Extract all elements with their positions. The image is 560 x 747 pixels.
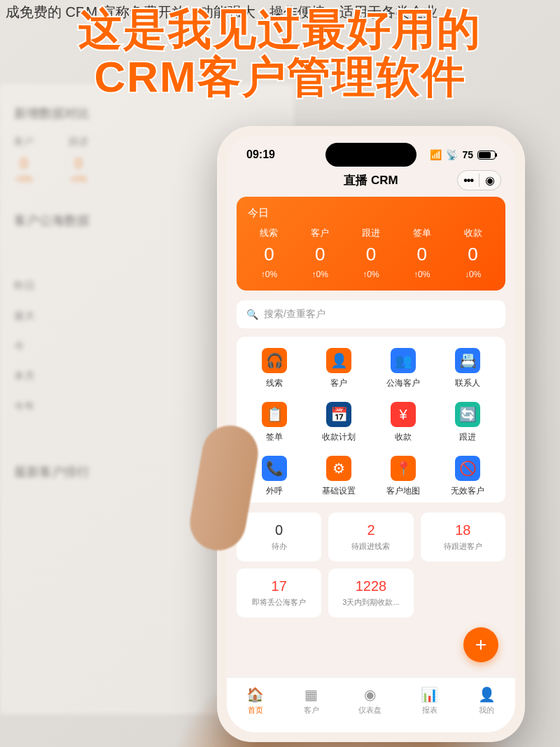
bottom-nav: 🏠 首页▦ 客户◉ 仪表盘📊 报表👤 我的 — [227, 677, 515, 732]
phone-notch — [326, 143, 416, 167]
收款计划-icon: 📅 — [326, 402, 351, 427]
报表-icon: 📊 — [421, 686, 438, 703]
function-联系人[interactable]: 📇 联系人 — [435, 348, 500, 389]
我的-icon: 👤 — [478, 686, 496, 703]
收款-icon: ¥ — [391, 402, 416, 427]
首页-icon: 🏠 — [246, 686, 264, 703]
more-icon[interactable]: ••• — [463, 174, 473, 187]
function-基础设置[interactable]: ⚙ 基础设置 — [307, 456, 371, 497]
desktop-section-title: 新增数据对比 — [14, 105, 280, 122]
data-card[interactable]: 1228 3天内到期收款... — [328, 568, 413, 617]
function-grid: 🎧 线索👤 客户👥 公海客户📇 联系人📋 签单📅 收款计划¥ 收款🔄 跟进📞 外… — [237, 337, 505, 503]
stat-item[interactable]: 客户 0 ↑0% — [295, 227, 346, 279]
today-label[interactable]: 今日 — [244, 207, 498, 220]
add-button[interactable]: + — [463, 627, 498, 662]
search-input[interactable]: 🔍 搜索/查重客户 — [237, 300, 505, 328]
function-收款[interactable]: ¥ 收款 — [371, 402, 435, 443]
status-time: 09:19 — [246, 148, 275, 161]
function-公海客户[interactable]: 👥 公海客户 — [371, 348, 435, 389]
data-cards-row1: 0 待办2 待跟进线索18 待跟进客户 — [237, 512, 505, 561]
wifi-icon: 📡 — [446, 149, 458, 160]
公海客户-icon: 👥 — [391, 348, 416, 373]
stat-item[interactable]: 跟进 0 ↑0% — [346, 227, 397, 279]
nav-我的[interactable]: 👤 我的 — [478, 686, 496, 715]
客户地图-icon: 📍 — [391, 456, 416, 481]
签单-icon: 📋 — [262, 402, 287, 427]
today-stats-card: 今日 线索 0 ↑0%客户 0 ↑0%跟进 0 ↑0%签单 0 ↑0%收款 0 … — [237, 197, 505, 291]
search-icon: 🔍 — [246, 309, 258, 320]
线索-icon: 🎧 — [262, 348, 287, 373]
app-header: 直播 CRM ••• ◉ — [227, 167, 515, 197]
headline: 这是我见过最好用的 CRM客户管理软件 — [0, 6, 560, 101]
外呼-icon: 📞 — [262, 456, 287, 481]
data-card[interactable]: 0 待办 — [237, 512, 321, 561]
miniprogram-controls[interactable]: ••• ◉ — [457, 170, 501, 190]
search-placeholder: 搜索/查重客户 — [264, 308, 326, 321]
function-收款计划[interactable]: 📅 收款计划 — [307, 402, 371, 443]
data-card[interactable]: 17 即将丢公海客户 — [237, 568, 321, 617]
plus-icon: + — [475, 634, 486, 656]
nav-首页[interactable]: 🏠 首页 — [246, 686, 264, 715]
nav-仪表盘[interactable]: ◉ 仪表盘 — [358, 686, 382, 715]
function-跟进[interactable]: 🔄 跟进 — [435, 402, 500, 443]
客户-icon: 👤 — [326, 348, 351, 373]
phone-frame: 09:19 📶 📡 75 直播 CRM ••• ◉ 今日 线索 0 ↑0%客户 … — [217, 126, 525, 742]
data-cards-row2: 17 即将丢公海客户1228 3天内到期收款... — [237, 568, 505, 617]
function-客户地图[interactable]: 📍 客户地图 — [371, 456, 435, 497]
battery-pct: 75 — [462, 149, 473, 160]
nav-客户[interactable]: ▦ 客户 — [304, 686, 319, 715]
stat-item[interactable]: 线索 0 ↑0% — [244, 227, 295, 279]
跟进-icon: 🔄 — [455, 402, 480, 427]
signal-icon: 📶 — [430, 149, 442, 160]
battery-icon — [477, 151, 496, 160]
仪表盘-icon: ◉ — [364, 686, 376, 703]
function-无效客户[interactable]: 🚫 无效客户 — [435, 456, 500, 497]
联系人-icon: 📇 — [455, 348, 480, 373]
close-miniprogram-icon[interactable]: ◉ — [479, 174, 495, 187]
stat-item[interactable]: 收款 0 ↓0% — [447, 227, 498, 279]
data-card[interactable]: 2 待跟进线索 — [328, 512, 413, 561]
无效客户-icon: 🚫 — [455, 456, 480, 481]
phone-screen: 09:19 📶 📡 75 直播 CRM ••• ◉ 今日 线索 0 ↑0%客户 … — [227, 136, 515, 732]
function-客户[interactable]: 👤 客户 — [307, 348, 371, 389]
客户-icon: ▦ — [304, 686, 318, 703]
stat-item[interactable]: 签单 0 ↑0% — [396, 227, 447, 279]
app-title: 直播 CRM — [344, 172, 398, 188]
data-card[interactable]: 18 待跟进客户 — [421, 512, 505, 561]
基础设置-icon: ⚙ — [326, 456, 351, 481]
nav-报表[interactable]: 📊 报表 — [421, 686, 438, 715]
function-线索[interactable]: 🎧 线索 — [242, 348, 307, 389]
